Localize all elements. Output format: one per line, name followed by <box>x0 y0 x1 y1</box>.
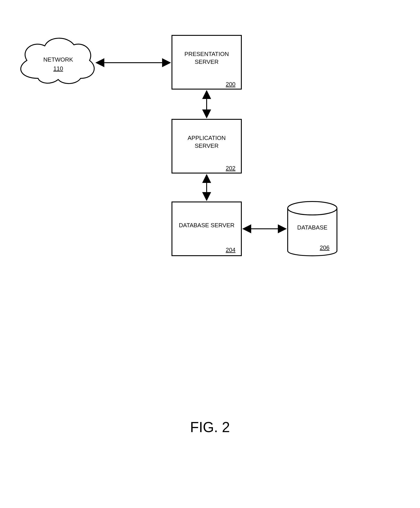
database-cylinder: DATABASE 206 <box>288 202 337 256</box>
presentation-label-2: SERVER <box>195 59 218 65</box>
network-ref: 110 <box>53 65 63 72</box>
database-label: DATABASE <box>297 224 328 231</box>
network-cloud: NETWORK 110 <box>21 38 94 84</box>
presentation-ref: 200 <box>226 81 235 88</box>
figure-caption: FIG. 2 <box>190 419 230 435</box>
application-label-1: APPLICATION <box>188 134 226 141</box>
database-server-box: DATABASE SERVER 204 <box>172 202 241 256</box>
dbserver-label: DATABASE SERVER <box>179 222 235 229</box>
database-ref: 206 <box>320 244 329 251</box>
application-server-box: APPLICATION SERVER 202 <box>172 119 241 173</box>
network-label: NETWORK <box>44 56 74 63</box>
application-ref: 202 <box>226 165 235 172</box>
application-label-2: SERVER <box>195 142 218 149</box>
presentation-label-1: PRESENTATION <box>185 51 229 57</box>
architecture-diagram: NETWORK 110 PRESENTATION SERVER 200 APPL… <box>0 0 420 508</box>
presentation-server-box: PRESENTATION SERVER 200 <box>172 35 241 89</box>
svg-point-3 <box>288 202 337 215</box>
dbserver-ref: 204 <box>226 247 235 253</box>
